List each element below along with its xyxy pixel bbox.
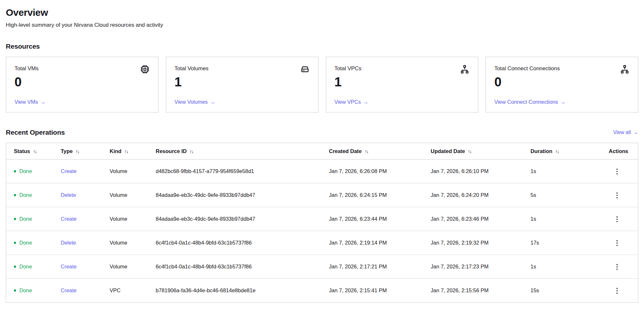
- row-actions-kebab-button[interactable]: ⋮: [612, 263, 622, 271]
- page-subtitle: High-level summary of your Nirvana Cloud…: [6, 22, 638, 28]
- page-header: Overview High-level summary of your Nirv…: [6, 7, 638, 28]
- row-actions-kebab-button[interactable]: ⋮: [612, 286, 622, 295]
- created-date-cell: Jan 7, 2026, 6:24:15 PM: [329, 183, 431, 207]
- page-title: Overview: [6, 7, 638, 18]
- card-view-link[interactable]: View VPCs→: [335, 99, 369, 105]
- drive-icon: [300, 64, 310, 74]
- card-value: 1: [335, 75, 470, 89]
- table-row: Done Create Volume 84adaa9e-eb3c-49dc-9e…: [6, 207, 638, 231]
- table-row: Done Create Volume 6c4f1cb4-0a1c-48b4-9b…: [6, 255, 638, 279]
- operations-table: Status↑↓Type↑↓Kind↑↓Resource ID↑↓Created…: [6, 143, 638, 303]
- operation-type-link[interactable]: Create: [61, 216, 77, 222]
- status-cell: Done: [6, 231, 61, 255]
- cpu-icon: [140, 64, 150, 74]
- column-header-type[interactable]: Type↑↓: [61, 143, 110, 160]
- sort-icon: ↑↓: [33, 149, 36, 154]
- operation-type-link[interactable]: Create: [61, 287, 77, 293]
- card-label: Total VPCs: [335, 64, 362, 72]
- column-header-status[interactable]: Status↑↓: [6, 143, 61, 160]
- status-cell: Done: [6, 183, 61, 207]
- column-header-duration[interactable]: Duration↑↓: [531, 143, 604, 160]
- operation-type-link[interactable]: Create: [61, 264, 77, 269]
- kind-cell: Volume: [110, 183, 156, 207]
- resource-id-cell: d482bc68-9fbb-4157-a779-954f659e58d1: [156, 160, 329, 183]
- status-label: Done: [19, 216, 32, 222]
- row-actions-kebab-button[interactable]: ⋮: [612, 215, 622, 223]
- kind-cell: Volume: [110, 207, 156, 231]
- recent-operations-section: Recent Operations View all→ Status↑↓Type…: [6, 129, 638, 303]
- status-dot-icon: [14, 266, 16, 268]
- card-view-link-label: View Volumes: [175, 99, 208, 105]
- status-dot-icon: [14, 289, 16, 292]
- status-label: Done: [19, 264, 32, 269]
- resource-card: Total Volumes 1 View Volumes→: [166, 57, 318, 112]
- created-date-cell: Jan 7, 2026, 2:19:14 PM: [329, 231, 431, 255]
- column-header-kind[interactable]: Kind↑↓: [110, 143, 156, 160]
- card-view-link[interactable]: View Volumes→: [175, 99, 215, 105]
- card-value: 1: [175, 75, 310, 89]
- resources-section: Resources Total VMs 0 View VMs→ Total Vo…: [6, 43, 638, 112]
- column-header-created-date[interactable]: Created Date↑↓: [329, 143, 431, 160]
- column-label: Duration: [531, 148, 553, 154]
- operation-type-link[interactable]: Delete: [61, 192, 76, 198]
- operations-header-row: Status↑↓Type↑↓Kind↑↓Resource ID↑↓Created…: [6, 143, 638, 160]
- network-icon: [620, 64, 630, 74]
- duration-cell: 17s: [531, 231, 604, 255]
- sort-icon: ↑↓: [555, 149, 559, 154]
- row-actions-kebab-button[interactable]: ⋮: [612, 191, 622, 199]
- status-dot-icon: [14, 170, 16, 172]
- card-label: Total Connect Connections: [494, 64, 560, 72]
- arrow-right-icon: →: [560, 99, 566, 105]
- row-actions-kebab-button[interactable]: ⋮: [612, 239, 622, 247]
- row-actions-kebab-button[interactable]: ⋮: [612, 167, 622, 175]
- card-view-link[interactable]: View Connect Connections→: [494, 99, 565, 105]
- column-header-resource-id[interactable]: Resource ID↑↓: [156, 143, 329, 160]
- status-label: Done: [19, 287, 32, 293]
- updated-date-cell: Jan 7, 2026, 6:24:20 PM: [431, 183, 531, 207]
- arrow-right-icon: →: [363, 99, 369, 105]
- duration-cell: 1s: [531, 207, 604, 231]
- status-label: Done: [19, 168, 32, 174]
- card-value: 0: [494, 75, 630, 89]
- resources-heading: Resources: [6, 43, 638, 50]
- table-row: Done Delete Volume 84adaa9e-eb3c-49dc-9e…: [6, 183, 638, 207]
- resource-cards: Total VMs 0 View VMs→ Total Volumes 1 Vi…: [6, 57, 638, 112]
- column-label: Updated Date: [431, 148, 465, 154]
- kind-cell: Volume: [110, 160, 156, 183]
- status-cell: Done: [6, 255, 61, 279]
- created-date-cell: Jan 7, 2026, 2:17:21 PM: [329, 255, 431, 279]
- resource-card: Total Connect Connections 0 View Connect…: [486, 57, 638, 112]
- status-label: Done: [19, 240, 32, 246]
- updated-date-cell: Jan 7, 2026, 6:23:46 PM: [431, 207, 531, 231]
- card-view-link[interactable]: View VMs→: [14, 99, 46, 105]
- updated-date-cell: Jan 7, 2026, 2:17:23 PM: [431, 255, 531, 279]
- kind-cell: VPC: [110, 279, 156, 303]
- resource-card: Total VMs 0 View VMs→: [6, 57, 158, 112]
- updated-date-cell: Jan 7, 2026, 6:26:10 PM: [431, 160, 531, 183]
- operation-type-link[interactable]: Delete: [61, 240, 76, 246]
- column-header-actions: Actions: [604, 143, 638, 160]
- column-header-updated-date[interactable]: Updated Date↑↓: [431, 143, 531, 160]
- network-icon: [460, 64, 469, 74]
- view-all-link[interactable]: View all→: [613, 130, 638, 135]
- column-label: Resource ID: [156, 148, 187, 154]
- sort-icon: ↑↓: [76, 149, 79, 154]
- created-date-cell: Jan 7, 2026, 6:23:44 PM: [329, 207, 431, 231]
- table-row: Done Delete Volume 6c4f1cb4-0a1c-48b4-9b…: [6, 231, 638, 255]
- status-dot-icon: [14, 218, 16, 220]
- operation-type-link[interactable]: Create: [61, 168, 77, 174]
- resource-id-cell: 84adaa9e-eb3c-49dc-9efe-8933b97ddb47: [156, 207, 329, 231]
- arrow-right-icon: →: [40, 99, 46, 105]
- created-date-cell: Jan 7, 2026, 2:15:41 PM: [329, 279, 431, 303]
- card-view-link-label: View VPCs: [335, 99, 361, 105]
- resource-id-cell: 6c4f1cb4-0a1c-48b4-9bfd-63c1b5737f86: [156, 231, 329, 255]
- status-cell: Done: [6, 279, 61, 303]
- duration-cell: 1s: [531, 160, 604, 183]
- kind-cell: Volume: [110, 255, 156, 279]
- status-label: Done: [19, 192, 32, 198]
- recent-operations-heading: Recent Operations: [6, 129, 65, 136]
- status-cell: Done: [6, 207, 61, 231]
- table-row: Done Create VPC b781906a-fa36-4d4e-bc46-…: [6, 279, 638, 303]
- column-label: Status: [14, 148, 30, 154]
- arrow-right-icon: →: [633, 130, 638, 135]
